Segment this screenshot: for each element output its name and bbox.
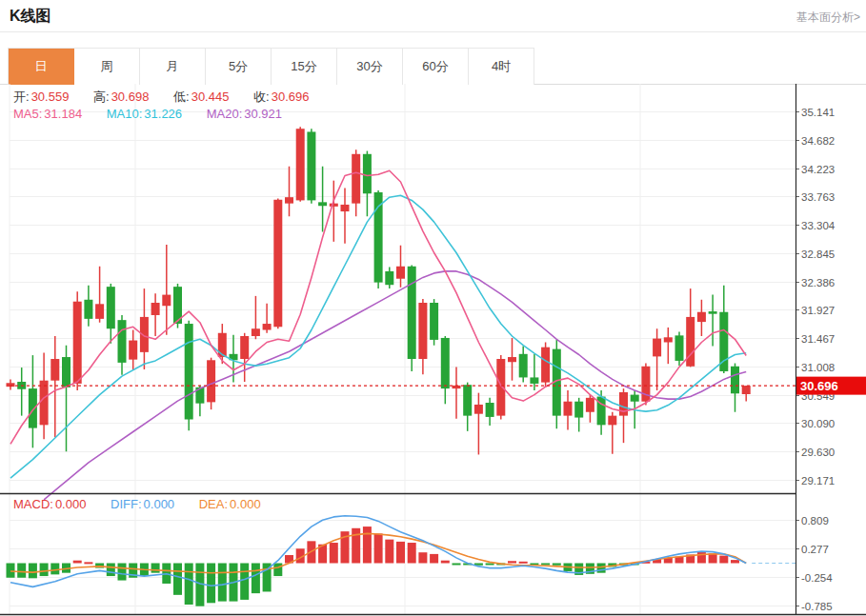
svg-text:31.927: 31.927 [801,305,835,316]
kline-page: { "header": { "title": "K线图", "link": "基… [0,0,866,616]
svg-text:33.763: 33.763 [801,191,835,203]
svg-text:34.223: 34.223 [801,164,835,175]
current-price-badge-text: 30.696 [800,379,838,393]
svg-text:31.008: 31.008 [801,362,835,373]
svg-text:29.171: 29.171 [801,475,835,487]
svg-text:29.630: 29.630 [801,447,835,458]
candles-layer [7,127,751,454]
svg-text:0.809: 0.809 [801,515,829,527]
svg-text:-0.785: -0.785 [801,601,833,612]
macd-layer [7,516,796,606]
svg-text:32.845: 32.845 [801,248,835,260]
svg-text:31.467: 31.467 [801,333,835,345]
kline-chart-canvas[interactable]: 35.14134.68234.22333.76333.30432.84532.3… [0,0,866,616]
svg-text:35.141: 35.141 [801,107,835,118]
svg-text:32.386: 32.386 [801,277,835,288]
svg-text:0.277: 0.277 [801,544,829,555]
svg-text:33.304: 33.304 [801,220,836,231]
svg-text:-0.254: -0.254 [801,572,833,584]
svg-text:30.090: 30.090 [801,418,835,429]
svg-text:34.682: 34.682 [801,135,835,147]
